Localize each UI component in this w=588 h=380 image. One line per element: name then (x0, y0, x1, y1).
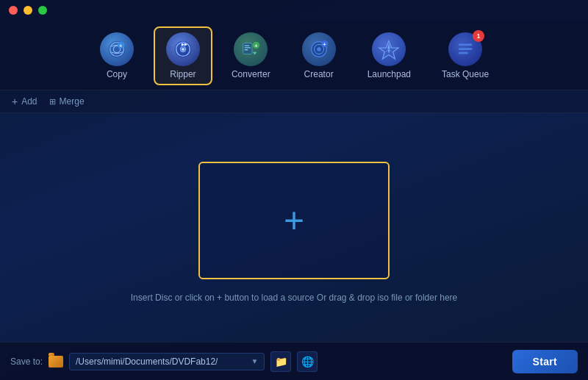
svg-rect-23 (459, 44, 473, 46)
taskqueue-badge: 1 (473, 30, 484, 42)
merge-label: Merge (60, 96, 85, 107)
browse-folder-button[interactable]: 📁 (270, 351, 291, 372)
creator-label: Creator (304, 69, 334, 79)
globe-button[interactable]: 🌐 (297, 351, 318, 372)
creator-icon: + (302, 32, 336, 66)
main-content: + Insert Disc or click on + button to lo… (0, 113, 588, 351)
secondary-toolbar: + Add ⊞ Merge (0, 90, 588, 113)
close-button[interactable] (9, 6, 18, 15)
title-bar (0, 0, 588, 21)
nav-item-converter[interactable]: + Converter (220, 26, 282, 85)
nav-item-copy[interactable]: + Copy (87, 26, 146, 85)
copy-label: Copy (107, 69, 127, 79)
svg-point-8 (182, 48, 184, 51)
svg-rect-14 (245, 47, 251, 48)
bottom-bar: Save to: /Users/mimi/Documents/DVDFab12/… (0, 342, 588, 380)
ripper-label: Ripper (170, 69, 196, 79)
taskqueue-icon: 1 (448, 32, 482, 66)
merge-button[interactable]: ⊞ Merge (49, 96, 85, 107)
nav-item-launchpad[interactable]: Launchpad (356, 26, 423, 85)
ripper-icon: ▶▶ (166, 32, 200, 66)
svg-rect-12 (243, 43, 252, 54)
chevron-down-icon: ▼ (251, 357, 258, 365)
svg-rect-15 (245, 49, 248, 50)
drop-zone[interactable]: + (198, 162, 390, 279)
svg-point-20 (317, 47, 321, 51)
svg-text:▶▶: ▶▶ (182, 43, 187, 46)
launchpad-label: Launchpad (368, 69, 411, 79)
globe-icon: 🌐 (301, 356, 314, 368)
svg-text:+: + (254, 43, 258, 49)
nav-toolbar: + Copy ▶▶ Ripper (0, 21, 588, 90)
copy-icon: + (100, 32, 134, 66)
path-dropdown[interactable]: /Users/mimi/Documents/DVDFab12/ ▼ (69, 353, 265, 370)
svg-rect-25 (459, 52, 468, 54)
add-button[interactable]: + Add (12, 96, 37, 107)
add-icon: + (12, 96, 18, 107)
nav-item-ripper[interactable]: ▶▶ Ripper (154, 26, 212, 85)
svg-rect-24 (459, 48, 473, 50)
taskqueue-label: Task Queue (442, 69, 489, 79)
folder-open-icon: 📁 (275, 356, 287, 368)
nav-item-taskqueue[interactable]: 1 Task Queue (430, 26, 501, 85)
converter-icon: + (234, 32, 268, 66)
save-to-label: Save to: (10, 356, 43, 367)
merge-icon: ⊞ (49, 97, 56, 107)
path-text: /Users/mimi/Documents/DVDFab12/ (76, 356, 218, 367)
svg-rect-13 (245, 45, 250, 46)
converter-label: Converter (232, 69, 270, 79)
folder-icon (49, 356, 63, 368)
svg-text:+: + (119, 43, 122, 49)
add-label: Add (21, 96, 37, 107)
svg-text:+: + (323, 41, 326, 48)
maximize-button[interactable] (38, 6, 47, 15)
drop-hint: Insert Disc or click on + button to load… (131, 293, 458, 303)
launchpad-icon (372, 32, 406, 66)
plus-icon: + (284, 203, 304, 238)
minimize-button[interactable] (24, 6, 32, 15)
nav-item-creator[interactable]: + Creator (290, 26, 348, 85)
start-button[interactable]: Start (512, 350, 578, 373)
